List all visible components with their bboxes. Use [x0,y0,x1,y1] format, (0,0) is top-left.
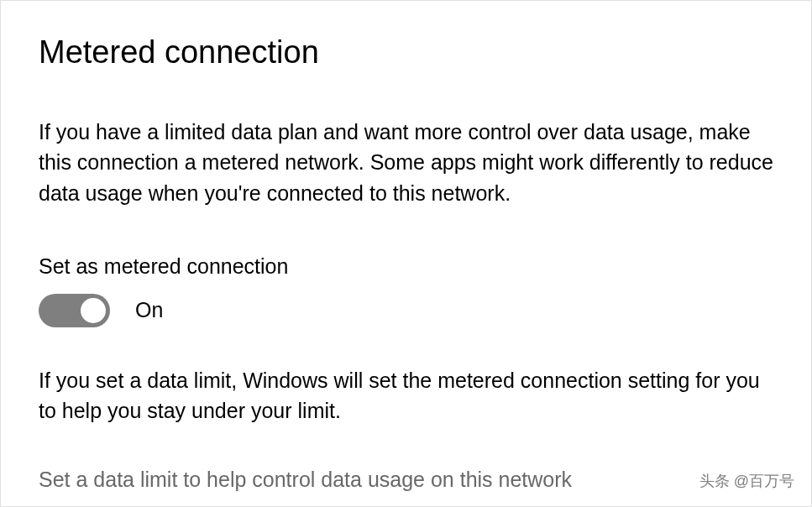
set-data-limit-link[interactable]: Set a data limit to help control data us… [39,468,572,491]
toggle-row: On [39,294,782,327]
toggle-state-text: On [135,298,163,322]
data-limit-description: If you set a data limit, Windows will se… [39,365,782,426]
toggle-knob [81,298,106,323]
toggle-label: Set as metered connection [39,254,782,279]
page-title: Metered connection [39,34,782,71]
watermark: 头条 @百万号 [699,471,794,491]
metered-toggle-switch[interactable] [39,294,110,327]
metered-description: If you have a limited data plan and want… [39,117,782,208]
